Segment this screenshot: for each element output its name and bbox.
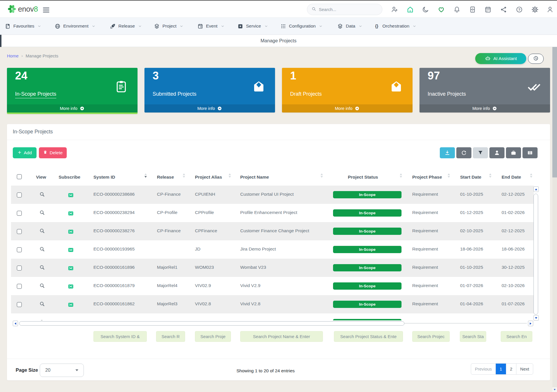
table-scroll-down-button[interactable] <box>534 315 539 321</box>
view-icon[interactable] <box>39 191 45 199</box>
table-row[interactable]: ECO-000000238294 CP-Profile CPProfile Pr… <box>7 204 550 222</box>
view-icon[interactable] <box>39 228 45 235</box>
search-release-input[interactable]: Search R <box>156 331 185 342</box>
subscribe-icon[interactable] <box>68 247 74 254</box>
subscribe-icon[interactable] <box>68 265 74 273</box>
pagination-page-1[interactable]: 1 <box>495 364 506 374</box>
subscribe-icon[interactable] <box>68 320 74 320</box>
column-header-system-id[interactable]: System ID <box>93 175 115 180</box>
table-row[interactable]: ECO-000000161862 MajorRel3 VIV02.8 Vivid… <box>7 295 550 313</box>
more-info-link[interactable]: More info <box>419 104 550 112</box>
view-icon[interactable] <box>39 283 45 290</box>
sort-icon-project-name[interactable] <box>321 173 323 181</box>
nav-item-release[interactable]: Release <box>110 18 142 35</box>
favourites-heart-icon[interactable] <box>437 6 445 13</box>
column-header-view[interactable]: View <box>36 175 46 180</box>
page-scrollbar-thumb[interactable] <box>552 47 557 177</box>
select-all-checkbox[interactable] <box>17 174 22 179</box>
refresh-button[interactable] <box>456 147 471 158</box>
delete-button[interactable]: Delete <box>39 147 67 158</box>
search-project-alias-input[interactable]: Search Proje <box>195 331 231 342</box>
search-project-phase-input[interactable]: Search Projec <box>412 331 450 342</box>
breadcrumb-home-link[interactable]: Home <box>7 53 19 58</box>
subscribe-icon[interactable] <box>68 302 74 309</box>
column-header-release[interactable]: Release <box>157 175 174 180</box>
column-header-project-alias[interactable]: Project Alias <box>195 175 222 180</box>
stat-card-inactive-projects[interactable]: 97 Inactive Projects More info <box>419 68 550 112</box>
stat-card-in-scope-projects[interactable]: 24 In-Scope Projects More info <box>7 68 138 114</box>
add-button[interactable]: Add <box>13 147 37 158</box>
sort-icon-project-status[interactable] <box>400 173 402 181</box>
table-scroll-left-button[interactable] <box>13 321 18 326</box>
row-checkbox[interactable] <box>17 284 22 289</box>
page-scroll-down-button[interactable] <box>552 387 557 392</box>
more-info-link[interactable]: More info <box>144 104 275 112</box>
sort-icon-end-date[interactable] <box>530 173 532 181</box>
archive-icon[interactable] <box>469 6 476 13</box>
pagination-previous[interactable]: Previous <box>471 364 495 374</box>
subscribe-icon[interactable] <box>68 283 74 291</box>
table-vertical-scrollbar-thumb[interactable] <box>534 194 538 315</box>
nav-item-project[interactable]: Project <box>154 18 183 35</box>
settings-icon[interactable] <box>531 6 539 13</box>
sort-icon-release[interactable] <box>183 173 185 181</box>
search-project-name-input[interactable]: Search Project Name & Enter <box>240 331 323 342</box>
search-system-id-input[interactable]: Search System ID & <box>93 331 147 342</box>
table-row[interactable]: ECO-000000193965 JD Jira Demo Project In… <box>7 240 550 259</box>
help-icon[interactable]: ? <box>516 6 523 13</box>
column-header-end-date[interactable]: End Date <box>502 175 521 180</box>
row-checkbox[interactable] <box>17 266 22 271</box>
search-end-date-input[interactable]: Search En <box>501 331 532 342</box>
pagination-page-2[interactable]: 2 <box>506 364 516 374</box>
column-header-subscribe[interactable]: Subscribe <box>59 175 80 180</box>
view-icon[interactable] <box>39 210 45 217</box>
page-size-select[interactable]: 20 <box>40 364 84 377</box>
sort-icon-project-phase[interactable] <box>448 173 450 181</box>
row-checkbox[interactable] <box>17 247 22 252</box>
home-icon[interactable] <box>406 6 414 13</box>
column-header-start-date[interactable]: Start Date <box>460 175 481 180</box>
table-horizontal-scrollbar-thumb[interactable] <box>19 321 404 326</box>
sort-icon-system-id[interactable] <box>144 173 147 181</box>
nav-item-favourites[interactable]: Favourites <box>5 18 41 35</box>
notifications-icon[interactable] <box>453 6 461 13</box>
share-icon[interactable] <box>500 6 507 13</box>
subscribe-icon[interactable] <box>68 192 74 199</box>
column-header-project-status[interactable]: Project Status <box>348 175 378 180</box>
profile-icon[interactable] <box>546 6 554 13</box>
subscribe-icon[interactable] <box>68 210 74 218</box>
nav-item-orchestration[interactable]: {}Orchestration <box>374 18 416 35</box>
menu-hamburger-icon[interactable] <box>43 8 49 13</box>
more-info-link[interactable]: More info <box>282 104 413 112</box>
sort-icon-start-date[interactable] <box>489 173 491 181</box>
assign-user-button[interactable] <box>489 147 504 158</box>
table-row-partial[interactable]: In-Scope <box>7 313 550 320</box>
filter-button[interactable] <box>473 147 488 158</box>
briefcase-button[interactable] <box>506 147 521 158</box>
nav-item-data[interactable]: Data <box>337 18 362 35</box>
row-checkbox[interactable] <box>17 302 22 307</box>
nav-item-event[interactable]: Event <box>197 18 224 35</box>
view-icon[interactable] <box>39 319 45 320</box>
more-info-link[interactable]: More info <box>7 104 138 112</box>
table-scroll-up-button[interactable] <box>534 186 539 192</box>
stat-card-submitted-projects[interactable]: 3 Submitted Projects More info <box>144 68 275 112</box>
view-icon[interactable] <box>39 246 45 253</box>
nav-item-configuration[interactable]: Configuration <box>280 18 322 35</box>
calendar-icon[interactable] <box>484 6 492 13</box>
subscribe-icon[interactable] <box>68 228 74 236</box>
table-row[interactable]: ECO-000000238276 CP-Finance CPFinance Cu… <box>7 222 550 240</box>
sort-icon-project-alias[interactable] <box>229 173 231 181</box>
table-scroll-right-button[interactable] <box>528 321 533 326</box>
search-start-date-input[interactable]: Search Sta <box>460 331 486 342</box>
row-checkbox[interactable] <box>17 193 22 197</box>
table-row[interactable]: ECO-000000161879 MajorRel4 VIV02.9 Vivid… <box>7 277 550 295</box>
search-project-status-input[interactable]: Search Project Status & Ente <box>334 331 403 342</box>
row-checkbox[interactable] <box>17 229 22 234</box>
column-header-project-phase[interactable]: Project Phase <box>412 175 442 180</box>
enov8-logo[interactable]: enov8 <box>7 4 38 14</box>
nav-item-environment[interactable]: Environment <box>55 18 95 35</box>
user-add-icon[interactable] <box>391 6 398 13</box>
ai-assistant-button[interactable]: AI Assistant <box>475 53 526 64</box>
column-header-project-name[interactable]: Project Name <box>240 175 269 180</box>
